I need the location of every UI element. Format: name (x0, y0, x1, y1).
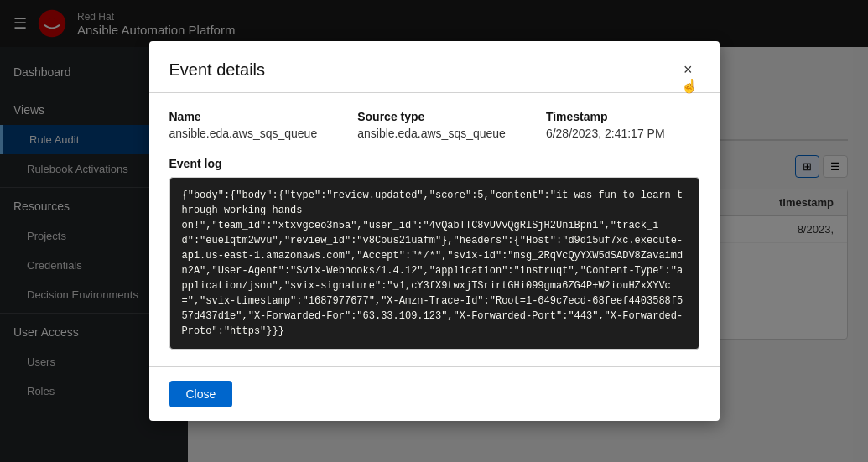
close-button[interactable]: Close (188, 381, 232, 407)
name-field-group: Name ansible.eda.aws_sqs_queue (188, 110, 317, 140)
event-log-label: Event log (188, 157, 699, 170)
fields-row: Name ansible.eda.aws_sqs_queue Source ty… (188, 110, 699, 140)
modal-overlay: Event details × ☝ Name ansible.eda.aws_s… (188, 47, 868, 462)
modal-body: Name ansible.eda.aws_sqs_queue Source ty… (188, 93, 720, 366)
source-type-value: ansible.eda.aws_sqs_queue (357, 127, 506, 140)
content-area: Rule Audit > R4 - Instruqt - Positive re… (188, 47, 868, 462)
timestamp-field-group: Timestamp 6/28/2023, 2:41:17 PM (546, 110, 665, 140)
event-details-modal: Event details × ☝ Name ansible.eda.aws_s… (188, 47, 720, 421)
name-label: Name (188, 110, 317, 123)
timestamp-value: 6/28/2023, 2:41:17 PM (546, 127, 665, 140)
source-type-field-group: Source type ansible.eda.aws_sqs_queue (357, 110, 506, 140)
modal-footer: Close (188, 366, 720, 421)
name-value: ansible.eda.aws_sqs_queue (188, 127, 317, 140)
close-icon: × (683, 61, 693, 79)
modal-close-button[interactable]: × ☝ (677, 58, 699, 82)
source-type-label: Source type (357, 110, 506, 123)
timestamp-label: Timestamp (546, 110, 665, 123)
modal-title: Event details (188, 60, 265, 80)
cursor-icon: ☝ (681, 78, 698, 94)
event-log-box[interactable]: {"body":{"body":{"type":"review.updated"… (188, 177, 699, 350)
modal-header: Event details × ☝ (188, 47, 720, 93)
